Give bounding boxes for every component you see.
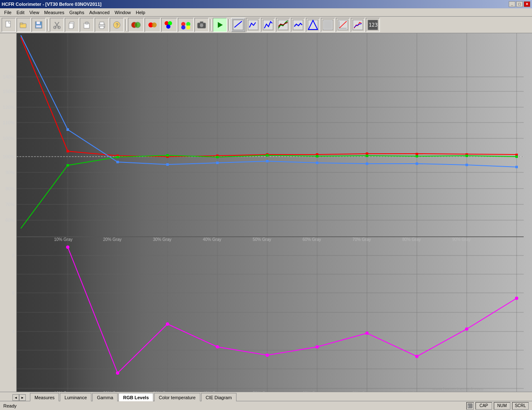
- menu-measures[interactable]: Measures: [42, 9, 66, 16]
- paste-button[interactable]: [80, 18, 94, 32]
- green-point-1: [66, 164, 69, 167]
- menu-graphs[interactable]: Graphs: [67, 9, 87, 16]
- view-btn-10[interactable]: 123: [366, 18, 380, 32]
- green-point-8: [416, 155, 418, 157]
- magenta-point-10: [515, 297, 518, 300]
- red-point-1: [66, 150, 69, 152]
- scrl-indicator: SCRL: [512, 402, 529, 410]
- green-point-2: [116, 156, 119, 158]
- svg-point-20: [135, 22, 140, 28]
- copy-button[interactable]: [65, 18, 79, 32]
- svg-rect-13: [86, 22, 88, 24]
- toolbar: ?: [0, 17, 532, 33]
- svg-text:110%: 110%: [3, 120, 15, 125]
- svg-rect-15: [100, 22, 104, 25]
- svg-point-29: [186, 25, 190, 29]
- svg-text:80%: 80%: [5, 186, 15, 191]
- view-btn-4[interactable]: [276, 18, 290, 32]
- view-btn-9[interactable]: [351, 18, 365, 32]
- new-button[interactable]: [2, 18, 16, 32]
- green-point-6: [316, 155, 318, 157]
- svg-text:6: 6: [12, 290, 15, 295]
- svg-text:2: 2: [12, 366, 15, 371]
- colorimeter-button[interactable]: [128, 18, 144, 32]
- svg-text:120%: 120%: [3, 105, 15, 110]
- blue-point-10: [515, 166, 518, 168]
- help-button[interactable]: ?: [110, 18, 124, 32]
- measure-green[interactable]: [161, 18, 177, 32]
- measure-red[interactable]: [145, 18, 160, 32]
- tab-luminance[interactable]: Luminance: [60, 393, 91, 401]
- menu-advanced[interactable]: Advanced: [87, 9, 112, 16]
- view-btn-2[interactable]: [246, 18, 260, 32]
- svg-rect-37: [263, 20, 273, 30]
- menu-help[interactable]: Help: [133, 9, 148, 16]
- nav-right[interactable]: ►: [19, 394, 26, 401]
- view-btn-3[interactable]: [261, 18, 275, 32]
- chart-svg: 140% 150% 120% 110% 100% 100% 90% 80% 70…: [0, 33, 532, 392]
- view-btn-5[interactable]: [291, 18, 305, 32]
- svg-text:50% Gray: 50% Gray: [253, 391, 271, 392]
- magenta-point-2: [116, 371, 119, 375]
- tabbar: ◄ ► Measures Luminance Gamma RGB Levels …: [0, 392, 532, 401]
- svg-text:140%: 140%: [3, 74, 15, 79]
- svg-text:i: i: [468, 404, 469, 408]
- svg-text:20% Gray: 20% Gray: [103, 237, 121, 242]
- blue-point-7: [366, 162, 368, 165]
- nav-left[interactable]: ◄: [12, 394, 19, 401]
- print-button[interactable]: [95, 18, 109, 32]
- svg-text:8: 8: [12, 253, 15, 258]
- measure-blue[interactable]: [178, 18, 194, 32]
- chart-container: 140% 150% 120% 110% 100% 100% 90% 80% 70…: [0, 33, 532, 392]
- cap-indicator: CAP: [475, 402, 492, 410]
- green-point-10: [515, 155, 518, 158]
- svg-text:123: 123: [369, 22, 378, 28]
- svg-text:30% Gray: 30% Gray: [153, 237, 171, 242]
- menu-view[interactable]: View: [27, 9, 42, 16]
- svg-text:40% Gray: 40% Gray: [203, 391, 221, 392]
- separator-4: [228, 18, 230, 32]
- tab-rgb-levels[interactable]: RGB Levels: [118, 393, 153, 401]
- indicator-icon: i: [466, 402, 474, 410]
- svg-point-28: [181, 25, 185, 29]
- svg-rect-16: [100, 26, 104, 29]
- magenta-point-5: [266, 354, 269, 357]
- watermark: www.homecinema-fr.com: [432, 386, 483, 391]
- menu-file[interactable]: File: [2, 9, 14, 16]
- svg-text:20% Gray: 20% Gray: [103, 391, 121, 392]
- svg-point-22: [152, 22, 157, 27]
- blue-point-5: [266, 160, 268, 162]
- titlebar-controls: _ □ ✕: [509, 1, 530, 7]
- menu-edit[interactable]: Edit: [14, 9, 27, 16]
- view-btn-6[interactable]: [306, 18, 320, 32]
- svg-text:70% Gray: 70% Gray: [352, 391, 371, 392]
- view-btn-7[interactable]: [321, 18, 335, 32]
- view-btn-1[interactable]: [231, 18, 245, 32]
- green-point-9: [466, 155, 468, 157]
- tab-gamma[interactable]: Gamma: [92, 393, 118, 401]
- svg-text:90% Gray: 90% Gray: [452, 237, 470, 242]
- green-point-5: [266, 154, 268, 157]
- open-button[interactable]: [17, 18, 31, 32]
- camera-button[interactable]: [195, 18, 209, 32]
- svg-text:80% Gray: 80% Gray: [402, 237, 421, 242]
- play-button[interactable]: [213, 18, 227, 32]
- close-button[interactable]: ✕: [524, 1, 530, 7]
- svg-rect-2: [20, 23, 23, 24]
- minimize-button[interactable]: _: [509, 1, 515, 7]
- svg-text:100%: 100%: [3, 136, 15, 141]
- save-button[interactable]: [32, 18, 46, 32]
- menu-window[interactable]: Window: [112, 9, 133, 16]
- svg-text:80% Gray: 80% Gray: [402, 391, 421, 392]
- view-btn-8[interactable]: [336, 18, 350, 32]
- status-text: Ready: [3, 403, 17, 408]
- tab-color-temperature[interactable]: Color temperature: [154, 393, 200, 401]
- blue-point-8: [416, 162, 418, 165]
- blue-point-9: [466, 164, 468, 166]
- cut-button[interactable]: [50, 18, 64, 32]
- tab-cie-diagram[interactable]: CIE Diagram: [201, 393, 236, 401]
- tab-measures[interactable]: Measures: [30, 393, 59, 401]
- blue-point-2: [116, 161, 119, 163]
- maximize-button[interactable]: □: [516, 1, 523, 7]
- svg-marker-33: [218, 22, 223, 28]
